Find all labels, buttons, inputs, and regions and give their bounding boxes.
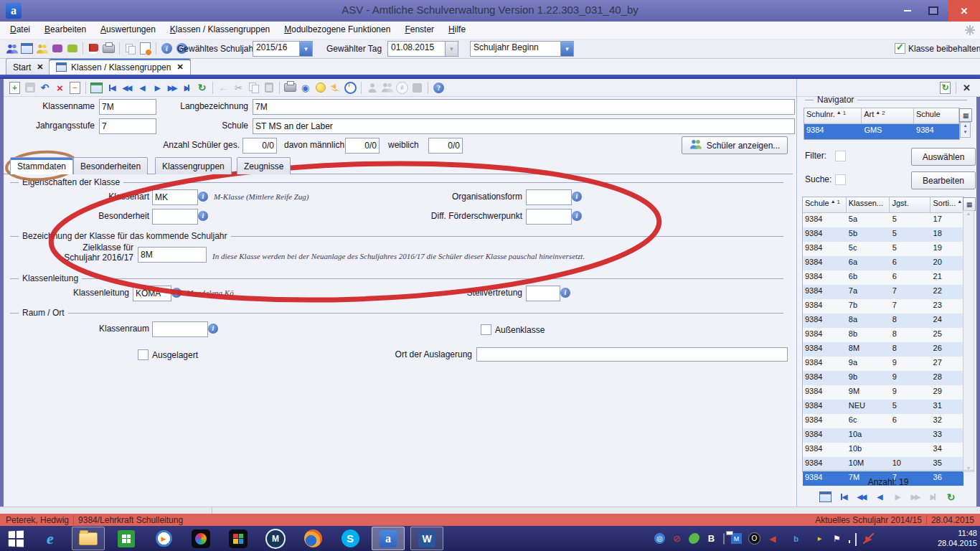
maximize-button[interactable] xyxy=(923,0,944,22)
class-table-row-10m[interactable]: 938410M1035 xyxy=(803,457,963,471)
langbezeichnung-input[interactable] xyxy=(253,99,795,115)
ausgelagert-checkbox[interactable] xyxy=(138,349,149,360)
class-table-row-8b[interactable]: 93848b825 xyxy=(803,328,963,342)
info-icon[interactable]: i xyxy=(198,192,208,202)
notes-icon[interactable] xyxy=(65,42,79,55)
chevron-down-icon[interactable]: ▼ xyxy=(560,42,573,56)
undo-icon[interactable]: ↶ xyxy=(38,81,52,95)
schule-input[interactable] xyxy=(253,118,795,134)
klassenraum-input[interactable] xyxy=(152,321,208,337)
help-icon[interactable]: ? xyxy=(432,81,446,95)
form-remove-icon[interactable]: − xyxy=(68,81,82,95)
print-icon[interactable] xyxy=(283,81,297,95)
prev-record-icon[interactable]: ◀ xyxy=(135,81,149,95)
next-record-icon[interactable]: ▶ xyxy=(150,81,164,95)
fast-prev-icon[interactable]: ◀◀ xyxy=(854,490,868,504)
refresh-icon[interactable]: ↻ xyxy=(944,490,958,504)
menu-modulbezogene-funktionen[interactable]: Modulbezogene Funktionen xyxy=(277,22,397,39)
keep-class-checkbox[interactable]: ✓ xyxy=(895,43,905,54)
class-table-row-5a[interactable]: 93845a517 xyxy=(803,213,963,227)
navform-icon[interactable] xyxy=(819,490,832,504)
klassenleitung-input[interactable] xyxy=(133,286,171,301)
class-table-scrollbar[interactable]: ▲▼ xyxy=(963,210,974,472)
tray-volume-icon[interactable]: ◀ xyxy=(767,533,778,544)
taskbar-firefox-icon[interactable] xyxy=(297,527,329,550)
class-table-row-10b[interactable]: 938410b34 xyxy=(803,443,963,457)
taskbar-asv-icon[interactable]: a xyxy=(372,527,405,550)
tray-printer-icon[interactable] xyxy=(723,534,725,544)
column-header-art[interactable]: Art▲2 xyxy=(862,108,914,124)
taskbar-ie-icon[interactable]: e xyxy=(34,527,66,550)
refresh-icon[interactable]: ↻ xyxy=(195,81,209,95)
new-record-icon[interactable]: + xyxy=(8,81,22,95)
subtab-zeugnisse[interactable]: Zeugnisse xyxy=(237,157,291,174)
taskbar-puzzle-icon[interactable] xyxy=(222,527,254,550)
tray-network-icon[interactable] xyxy=(855,534,857,544)
first-record-icon[interactable]: ◀ xyxy=(837,490,850,504)
taskbar-photos-icon[interactable] xyxy=(185,527,217,550)
zielklasse-input[interactable] xyxy=(138,247,207,263)
hint-icon[interactable] xyxy=(314,81,327,95)
class-table-row-neu[interactable]: 9384NEU531 xyxy=(803,400,963,414)
subtab-klassengruppen[interactable]: Klassengruppen xyxy=(155,157,232,174)
schedule-icon[interactable] xyxy=(344,81,357,95)
tray-pointer-icon[interactable]: ▸ xyxy=(814,533,825,544)
classes-icon[interactable] xyxy=(20,42,34,55)
foerderschwerpunkt-input[interactable] xyxy=(526,209,572,225)
class-table-row-9a[interactable]: 93849a927 xyxy=(803,357,963,371)
taskbar-maxthon-icon[interactable]: M xyxy=(260,527,291,550)
class-table-row-9m[interactable]: 93849M929 xyxy=(803,385,963,400)
tab-klassen-klassengruppen[interactable]: Klassen / Klassengruppen ✕ xyxy=(49,58,191,75)
close-icon[interactable]: ✕ xyxy=(176,62,183,72)
search-checkbox[interactable] xyxy=(835,174,846,185)
taskbar-explorer-icon[interactable] xyxy=(72,527,105,550)
close-button[interactable]: ✕ xyxy=(948,0,980,22)
column-header-klassen[interactable]: Klassen... xyxy=(847,197,890,213)
prev-record-icon[interactable]: ◀ xyxy=(872,490,886,504)
tray-blocked-icon[interactable]: ⊘ xyxy=(672,533,682,544)
info-icon[interactable]: i xyxy=(572,211,582,221)
search-edit-button[interactable]: Bearbeiten xyxy=(911,171,976,189)
column-header-schulnr[interactable]: Schulnr.▲1 xyxy=(804,108,862,124)
messages-icon[interactable] xyxy=(50,42,64,55)
organisationsform-input[interactable] xyxy=(526,189,572,205)
period-combobox[interactable]: Schuljahr Beginn▼ xyxy=(470,41,574,57)
taskbar-mediaplayer-icon[interactable]: ▶ xyxy=(148,527,179,550)
column-header-schule[interactable]: Schule▲1 xyxy=(803,197,847,213)
aussenklasse-checkbox[interactable] xyxy=(481,324,491,335)
last-record-icon[interactable]: ▶ xyxy=(180,81,194,95)
class-table-row-7a[interactable]: 93847a722 xyxy=(803,285,963,299)
info-icon[interactable]: i xyxy=(208,324,218,334)
menu-auswertungen[interactable]: Auswertungen xyxy=(93,22,163,39)
info-icon[interactable]: i xyxy=(198,211,208,221)
class-table-row-6c[interactable]: 93846c632 xyxy=(803,414,963,428)
column-config-button[interactable]: ▦ xyxy=(963,197,976,211)
info-icon[interactable]: i xyxy=(160,42,174,55)
ort-auslagerung-input[interactable] xyxy=(476,347,788,362)
column-header-sorti[interactable]: Sorti...▲2 xyxy=(930,197,963,213)
grid-view-icon[interactable] xyxy=(90,81,103,95)
menu-fenster[interactable]: Fenster xyxy=(397,22,441,39)
transfer-icon[interactable]: ↻ xyxy=(938,81,952,95)
tray-flag-icon[interactable]: ⚑ xyxy=(831,533,842,544)
menu-hilfe[interactable]: Hilfe xyxy=(441,22,473,39)
school-spinner[interactable]: ▲▼ xyxy=(960,122,971,138)
class-table-row-10a[interactable]: 938410a33 xyxy=(803,428,963,443)
klassenname-input[interactable] xyxy=(99,99,156,115)
filter-checkbox[interactable] xyxy=(835,151,846,161)
info-icon[interactable]: i xyxy=(560,288,570,298)
report-icon[interactable] xyxy=(102,42,116,55)
fast-prev-icon[interactable]: ◀◀ xyxy=(120,81,133,95)
column-header-schule[interactable]: Schule xyxy=(914,108,959,124)
taskbar-word-icon[interactable]: W xyxy=(410,527,443,550)
taskbar-skype-icon[interactable]: S xyxy=(334,527,366,550)
class-table-row-5b[interactable]: 93845b518 xyxy=(803,227,963,242)
class-table-row-9b[interactable]: 93849b928 xyxy=(803,371,963,385)
stellvertretung-input[interactable] xyxy=(526,286,560,301)
besonderheit-input[interactable] xyxy=(152,209,198,225)
delete-icon[interactable]: × xyxy=(53,81,67,95)
filter-select-button[interactable]: Auswählen xyxy=(911,148,976,166)
year-combobox[interactable]: 2015/16▼ xyxy=(253,41,313,57)
column-header-jgst[interactable]: Jgst. xyxy=(890,197,930,213)
taskbar-store-icon[interactable] xyxy=(110,527,142,550)
